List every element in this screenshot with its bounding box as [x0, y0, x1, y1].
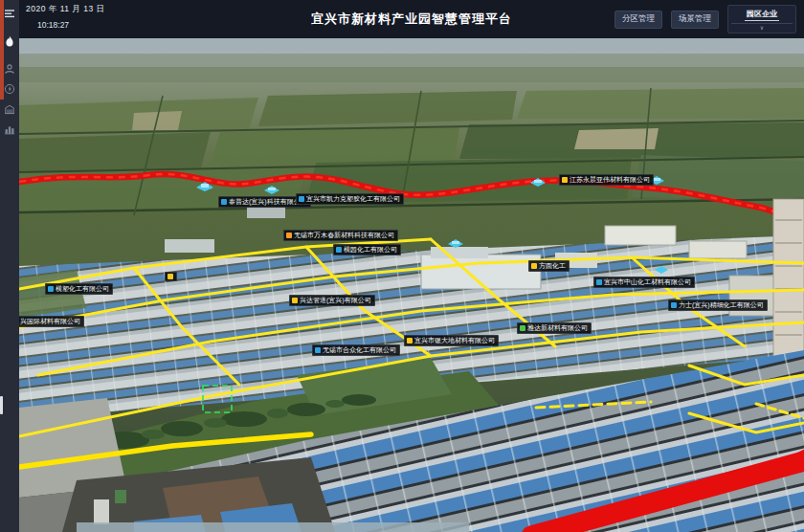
map-marker[interactable]: 无锡市万木春新材料科技有限公司	[283, 230, 398, 241]
zone-management-button[interactable]: 分区管理	[614, 11, 662, 29]
map-3d-viewport[interactable]: 泰普达(宜兴)科技有限公司 宜兴市凯力克塑胶化工有限公司 无锡市万木春新材料科技…	[19, 38, 804, 532]
smart-park-platform: 2020 年 11 月 13 日 10:18:27 宜兴市新材料产业园智慧管理平…	[0, 0, 804, 532]
top-header: 2020 年 11 月 13 日 10:18:27 宜兴市新材料产业园智慧管理平…	[19, 0, 804, 38]
time-text: 10:18:27	[37, 20, 69, 30]
company-marker-icon	[336, 247, 342, 253]
company-marker-icon	[315, 347, 321, 353]
dropdown-label: 园区企业	[745, 9, 779, 21]
company-marker-icon	[562, 177, 568, 183]
flame-icon	[4, 35, 15, 48]
map-marker[interactable]: 无锡市合众化工有限公司	[312, 344, 400, 356]
map-marker[interactable]: 宜兴市凯力克塑胶化工有限公司	[296, 193, 404, 205]
company-marker-icon	[168, 274, 173, 279]
map-marker[interactable]: 雅达新材料有限公司	[517, 322, 592, 334]
company-marker-icon	[520, 325, 525, 331]
map-marker[interactable]: 横园化工有限公司	[333, 244, 401, 255]
company-marker-icon	[299, 196, 304, 202]
map-marker[interactable]: 兴国际材料有限公司	[19, 316, 84, 327]
map-marker[interactable]: 横塑化工有限公司	[45, 283, 113, 295]
left-sidebar	[0, 0, 19, 532]
map-marker[interactable]: 力士(宜兴)精细化工有限公司	[668, 299, 768, 311]
sidebar-item-factory[interactable]	[0, 100, 19, 119]
company-marker-icon	[286, 233, 292, 238]
power-icon	[4, 83, 15, 95]
scene-management-button[interactable]: 场景管理	[671, 11, 719, 29]
sidebar-item-monitor[interactable]	[0, 59, 19, 78]
hamburger-icon	[4, 8, 15, 19]
dropdown-divider	[731, 23, 793, 24]
company-marker-icon	[292, 298, 298, 303]
company-marker-icon	[531, 263, 537, 269]
chevron-down-icon: ∨	[760, 25, 764, 31]
company-marker-icon	[407, 338, 413, 344]
company-marker-icon	[671, 302, 677, 308]
map-marker[interactable]: 宜兴市中山化工材料有限公司	[593, 277, 695, 288]
date-text: 2020 年 11 月 13 日	[26, 4, 105, 15]
park-enterprise-dropdown[interactable]: 园区企业 ∨	[727, 5, 796, 33]
panel-drag-handle[interactable]	[0, 396, 3, 414]
bar-chart-icon	[4, 123, 15, 135]
factory-icon	[4, 103, 15, 115]
map-marker[interactable]: 方圆化工	[528, 260, 570, 272]
sidebar-item-stats[interactable]	[0, 120, 19, 139]
company-marker-icon	[596, 279, 602, 285]
company-marker-icon	[221, 199, 227, 205]
page-title: 宜兴市新材料产业园智慧管理平台	[311, 11, 512, 28]
map-marker[interactable]: 兴达管道(宜兴)有限公司	[289, 295, 375, 306]
map-marker[interactable]: 宜兴市银大地材料有限公司	[404, 335, 499, 346]
map-marker-mini[interactable]	[165, 272, 177, 281]
sidebar-item-fire[interactable]	[0, 32, 19, 51]
sidebar-item-energy[interactable]	[0, 79, 19, 99]
hamburger-menu-button[interactable]	[0, 4, 19, 23]
map-marker[interactable]: 江苏永晨亚伟材料有限公司	[559, 174, 654, 186]
person-icon	[4, 63, 15, 75]
company-marker-icon	[48, 286, 54, 292]
